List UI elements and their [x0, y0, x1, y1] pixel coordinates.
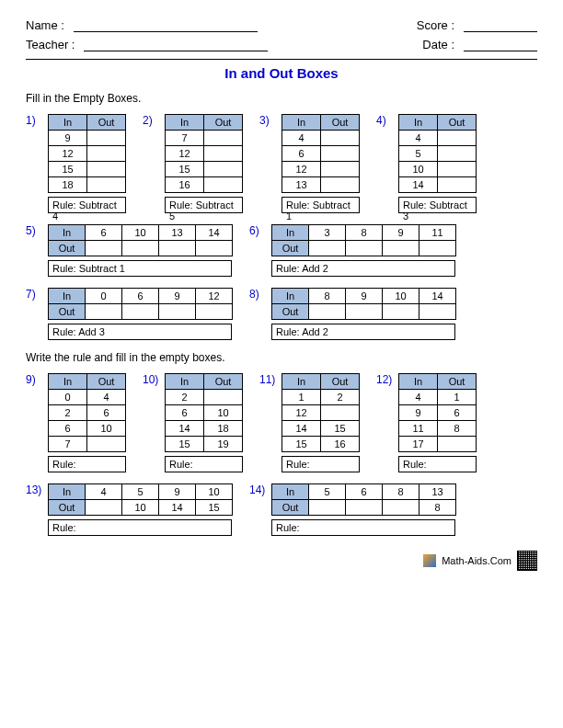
io-table: InOut 41 96 118 17: [398, 373, 477, 452]
problem-number: 10): [143, 373, 159, 386]
io-table: InOut 7 12 15 16: [165, 114, 243, 193]
problem-number: 6): [249, 224, 266, 237]
teacher-label: Teacher :: [26, 38, 75, 51]
problem-number: 12): [376, 373, 393, 386]
teacher-field[interactable]: [84, 39, 268, 51]
problem-number: 11): [259, 373, 276, 386]
problem-row-2: 5) In6101314 Out Rule: Subtract 1 6) In3…: [26, 224, 537, 277]
problem-row-3: 7) In06912 Out Rule: Add 3 8) In891014 O…: [26, 288, 537, 340]
rule-box: Rule: Subtract 1: [282, 197, 360, 213]
io-table: In38911 Out: [271, 224, 456, 256]
name-label: Name :: [26, 18, 64, 32]
instruction-2: Write the rule and fill in the empty box…: [26, 351, 537, 364]
rule-box: Rule: Subtract 5: [165, 197, 243, 213]
io-table: InOut 9 12 15 18: [48, 114, 126, 193]
problem-number: 1): [26, 114, 42, 127]
problem-number: 3): [259, 114, 276, 127]
rule-box[interactable]: Rule:: [271, 519, 455, 536]
io-table: InOut 04 26 610 7: [48, 373, 126, 452]
io-table: In45910 Out101415: [48, 483, 233, 516]
io-table: In6101314 Out: [48, 224, 233, 256]
problem-number: 4): [376, 114, 393, 127]
instruction-1: Fill in the Empty Boxes.: [26, 92, 537, 105]
divider: [26, 59, 537, 60]
io-table: InOut 4 6 12 13: [282, 114, 360, 193]
problem-number: 7): [26, 288, 42, 301]
problem-number: 8): [249, 288, 266, 301]
io-table: InOut 4 5 10 14: [398, 114, 477, 193]
io-table: In891014 Out: [271, 288, 456, 320]
logo-icon: [423, 554, 436, 567]
problem-row-4: 9) InOut 04 26 610 7 Rule: 10) InOut 2 6…: [26, 373, 537, 472]
problem-number: 9): [26, 373, 42, 386]
io-table: In06912 Out: [48, 288, 233, 320]
rule-box: Rule: Add 2: [271, 324, 455, 340]
rule-box[interactable]: Rule:: [48, 519, 232, 536]
rule-box: Rule: Add 3: [48, 324, 232, 340]
footer: Math-Aids.Com: [26, 551, 537, 571]
in-header: In: [49, 115, 87, 131]
rule-box: Rule: Subtract 1: [48, 260, 232, 277]
io-table: InOut 2 610 1418 1519: [165, 373, 243, 452]
name-field[interactable]: [74, 19, 258, 32]
problem-number: 5): [26, 224, 42, 237]
problem-row-5: 13) In45910 Out101415 Rule: 14) In56813 …: [26, 483, 537, 536]
worksheet-header: Name : Teacher : Score : Date :: [26, 18, 537, 51]
problem-row-1: 1) InOut 9 12 15 18 Rule: Subtract 4 2) …: [26, 114, 537, 213]
problem-number: 2): [143, 114, 159, 127]
rule-box[interactable]: Rule:: [398, 456, 477, 472]
io-table: InOut 12 12 1415 1516: [282, 373, 360, 452]
date-label: Date :: [408, 38, 454, 51]
date-field[interactable]: [464, 39, 537, 51]
problem-number: 14): [249, 483, 266, 496]
rule-box: Rule: Add 2: [271, 260, 455, 277]
footer-text: Math-Aids.Com: [442, 555, 511, 566]
score-label: Score :: [408, 18, 454, 32]
rule-box: Rule: Subtract 4: [48, 197, 126, 213]
qr-code-icon: [517, 551, 537, 571]
out-header: Out: [87, 115, 126, 131]
rule-box[interactable]: Rule:: [165, 456, 243, 472]
io-table: In56813 Out8: [271, 483, 456, 516]
rule-box[interactable]: Rule:: [282, 456, 360, 472]
problem-number: 13): [26, 483, 42, 496]
rule-box: Rule: Subtract 3: [398, 197, 477, 213]
page-title: In and Out Boxes: [26, 65, 537, 81]
score-field[interactable]: [464, 19, 537, 32]
rule-box[interactable]: Rule:: [48, 456, 126, 472]
